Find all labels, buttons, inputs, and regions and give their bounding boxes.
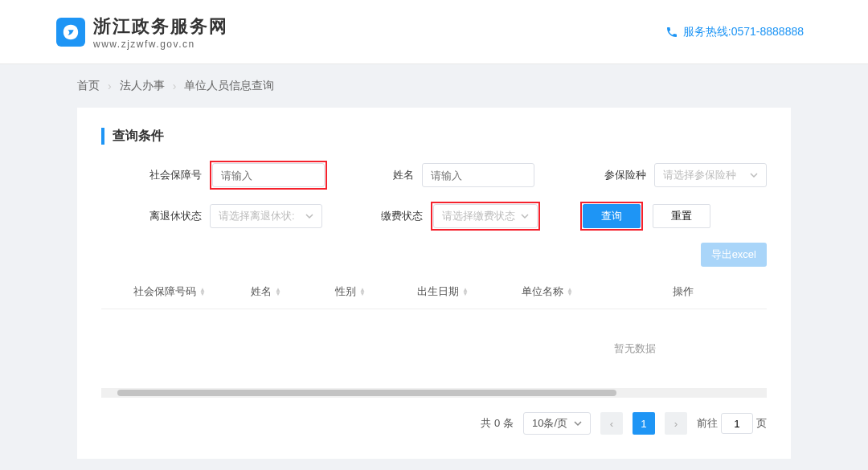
- sort-icon: ▲▼: [275, 288, 281, 296]
- retire-status-label: 离退休状态: [133, 209, 210, 223]
- chevron-right-icon: ›: [108, 80, 112, 92]
- breadcrumb: 首页 › 法人办事 › 单位人员信息查询: [0, 64, 868, 108]
- sort-icon: ▲▼: [462, 288, 469, 296]
- page-1-button[interactable]: 1: [633, 412, 655, 435]
- th-ssn[interactable]: 社会保障号码▲▼: [101, 284, 222, 299]
- ssn-highlight: [210, 161, 327, 190]
- site-url: www.zjzwfw.gov.cn: [93, 39, 228, 50]
- prev-page-button[interactable]: ‹: [600, 412, 623, 435]
- goto-page-input[interactable]: [721, 413, 753, 434]
- site-title: 浙江政务服务网: [93, 14, 228, 39]
- breadcrumb-legal[interactable]: 法人办事: [120, 79, 165, 93]
- chevron-right-icon: ›: [173, 80, 177, 92]
- pagination: 共 0 条 10条/页 ‹ 1 › 前往 页: [101, 398, 767, 435]
- breadcrumb-current: 单位人员信息查询: [184, 79, 274, 93]
- logo-area[interactable]: 浙江政务服务网 www.zjzwfw.gov.cn: [56, 14, 228, 50]
- breadcrumb-home[interactable]: 首页: [77, 79, 100, 93]
- ssn-input[interactable]: [212, 163, 325, 187]
- pay-status-label: 缴费状态: [375, 209, 431, 223]
- insurance-type-label: 参保险种: [590, 168, 654, 182]
- sort-icon: ▲▼: [199, 288, 206, 296]
- goto-prefix: 前往: [697, 416, 718, 431]
- horizontal-scrollbar[interactable]: [101, 388, 767, 398]
- name-label: 姓名: [366, 168, 422, 182]
- page-size-select[interactable]: 10条/页: [523, 412, 591, 435]
- name-input[interactable]: [422, 163, 534, 187]
- th-name[interactable]: 姓名▲▼: [222, 284, 310, 299]
- chevron-down-icon: [305, 212, 313, 220]
- empty-text: 暂无数据: [101, 341, 767, 356]
- next-page-button[interactable]: ›: [665, 412, 687, 435]
- section-title: 查询条件: [101, 128, 767, 145]
- query-highlight: 查询: [580, 202, 643, 231]
- sort-icon: ▲▼: [567, 288, 573, 296]
- logo-icon: [56, 18, 85, 47]
- chevron-down-icon: [574, 419, 582, 427]
- pay-status-highlight: 请选择缴费状态: [431, 202, 540, 231]
- th-action: 操作: [600, 284, 767, 299]
- th-gender[interactable]: 性别▲▼: [310, 284, 391, 299]
- chevron-down-icon: [521, 212, 529, 220]
- query-button[interactable]: 查询: [583, 204, 641, 228]
- phone-icon: [665, 26, 678, 39]
- total-count: 共 0 条: [481, 416, 513, 431]
- table-body: 暂无数据: [101, 309, 767, 388]
- retire-status-select[interactable]: 请选择离退休状:: [210, 204, 322, 228]
- hotline[interactable]: 服务热线:0571-8888888: [665, 25, 804, 39]
- hotline-label: 服务热线:0571-8888888: [683, 25, 804, 39]
- chevron-down-icon: [750, 171, 758, 179]
- reset-button[interactable]: 重置: [653, 204, 710, 228]
- ssn-label: 社会保障号: [133, 168, 210, 182]
- sort-icon: ▲▼: [359, 288, 366, 296]
- goto-suffix: 页: [756, 416, 767, 431]
- site-header: 浙江政务服务网 www.zjzwfw.gov.cn 服务热线:0571-8888…: [0, 0, 868, 64]
- th-company[interactable]: 单位名称▲▼: [495, 284, 600, 299]
- insurance-type-select[interactable]: 请选择参保险种: [654, 163, 767, 187]
- th-dob[interactable]: 出生日期▲▼: [391, 284, 495, 299]
- pay-status-select[interactable]: 请选择缴费状态: [433, 204, 538, 228]
- export-excel-button[interactable]: 导出excel: [701, 243, 767, 267]
- table-header: 社会保障号码▲▼ 姓名▲▼ 性别▲▼ 出生日期▲▼ 单位名称▲▼ 操作: [101, 275, 767, 309]
- scroll-thumb[interactable]: [117, 390, 616, 396]
- main-card: 查询条件 社会保障号 姓名 参保险种 请选择参保险种 离退休状态 请选择离退休状…: [77, 108, 791, 459]
